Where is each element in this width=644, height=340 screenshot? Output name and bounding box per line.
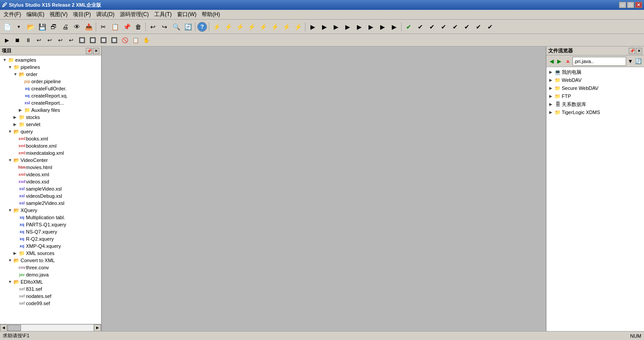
toggle-convert[interactable]: ▼ (8, 258, 13, 263)
tb2-btn6[interactable]: ↩ (55, 35, 65, 45)
menu-tools[interactable]: 工具(T) (152, 10, 174, 19)
tb-xslt5[interactable]: ⚡ (258, 21, 268, 32)
fb-toggle-db[interactable]: ▶ (549, 102, 555, 106)
tb-xslt6[interactable]: ⚡ (269, 21, 280, 32)
tb-run3[interactable]: ▶ (330, 21, 341, 32)
tb-check7[interactable]: ✔ (473, 21, 484, 32)
fb-toggle-computer[interactable]: ▶ (549, 70, 555, 74)
fb-dropdown-btn[interactable]: ▼ (627, 56, 634, 66)
h-scroll-right[interactable]: ▶ (94, 324, 101, 332)
tb-undo[interactable]: ↩ (148, 21, 158, 32)
tree-item-ns-q7[interactable]: xq NS-Q7.xquery (1, 228, 100, 235)
tree-item-multiplication[interactable]: xq Multiplication tabl. (1, 214, 100, 221)
tb-open[interactable]: 📂 (25, 21, 36, 32)
tree-item-mixedcatalog[interactable]: xml mixedcatalog.xml (1, 149, 100, 157)
tree-item-convert[interactable]: ▼ 📂 Convert to XML (1, 257, 100, 264)
tree-item-createfullorder[interactable]: xq createFullOrder. (1, 85, 100, 92)
toggle-order[interactable]: ▼ (13, 72, 19, 76)
tb2-btn10[interactable]: 🔲 (98, 35, 108, 45)
tree-item-order[interactable]: ▼ 📂 order (1, 71, 100, 78)
tree-item-bookstore[interactable]: xml bookstore.xml (1, 142, 100, 149)
tree-item-servlet[interactable]: ▶ 📁 servlet (1, 121, 100, 128)
tb-check6[interactable]: ✔ (462, 21, 472, 32)
tb-redo[interactable]: ↪ (159, 21, 170, 32)
tree-item-videos-xsd[interactable]: xsd videos.xsd (1, 178, 100, 185)
tb-run2[interactable]: ▶ (319, 21, 330, 32)
tb2-btn13[interactable]: 📋 (131, 35, 140, 45)
tb-run7[interactable]: ▶ (377, 21, 388, 32)
tree-item-videos-xml[interactable]: xml videos.xml (1, 171, 100, 178)
project-tree[interactable]: ▼ 📁 examples ▼ 📁 pipelines ▼ 📂 order pip… (0, 55, 101, 324)
toggle-stocks[interactable]: ▶ (13, 115, 19, 119)
fb-up-btn[interactable]: 🔺 (564, 56, 572, 66)
tb-check8[interactable]: ✔ (485, 21, 496, 32)
fb-item-secure-webdav[interactable]: ▶ 📁 Secure WebDAV (547, 84, 643, 92)
fb-path-input[interactable] (572, 57, 626, 66)
toggle-servlet[interactable]: ▶ (13, 122, 19, 127)
tb2-btn2[interactable]: ⏹ (13, 35, 22, 45)
h-scrollbar[interactable]: ◀ ▶ (0, 324, 101, 331)
h-scroll-thumb[interactable] (8, 325, 21, 331)
toggle-videocenter[interactable]: ▼ (8, 158, 13, 162)
toggle-xquery[interactable]: ▼ (8, 208, 13, 212)
maximize-button[interactable]: □ (627, 2, 634, 8)
tree-item-r-q2[interactable]: xq R-Q2.xquery (1, 235, 100, 242)
toggle-auxiliary[interactable]: ▶ (19, 108, 24, 112)
tb-run[interactable]: ▶ (307, 21, 318, 32)
menu-help[interactable]: 帮助(H) (199, 10, 223, 19)
tree-item-videocenter[interactable]: ▼ 📂 VideoCenter (1, 157, 100, 164)
minimize-button[interactable]: ─ (619, 2, 626, 8)
menu-project[interactable]: 项目(P) (70, 10, 93, 19)
tb-xslt4[interactable]: ⚡ (246, 21, 257, 32)
tree-item-order-pipeline[interactable]: pip order.pipeline (1, 78, 100, 85)
tb2-btn11[interactable]: 🔲 (109, 35, 119, 45)
panel-close-btn[interactable]: ✕ (93, 48, 99, 54)
tb2-btn3[interactable]: ⏸ (23, 35, 33, 45)
fb-item-webdav[interactable]: ▶ 📁 WebDAV (547, 76, 643, 84)
h-scroll-left[interactable]: ◀ (0, 324, 7, 332)
tb-run5[interactable]: ▶ (354, 21, 364, 32)
fb-item-tigerlogic[interactable]: ▶ 📁 TigerLogic XDMS (547, 108, 643, 116)
tb-check5[interactable]: ✔ (450, 21, 461, 32)
menu-window[interactable]: 窗口(W) (174, 10, 199, 19)
tree-item-three-conv[interactable]: cnv three.conv (1, 264, 100, 271)
tree-item-sample2video[interactable]: xsl sample2Video.xsl (1, 200, 100, 207)
tb-check[interactable]: ✔ (403, 21, 414, 32)
tb-help[interactable]: ? (197, 22, 207, 32)
tree-item-createreport-xsl[interactable]: xsl createReport... (1, 99, 100, 106)
tb-run4[interactable]: ▶ (342, 21, 353, 32)
tree-item-parts-q1[interactable]: xq PARTS-Q1.xquery (1, 221, 100, 228)
menu-edit[interactable]: 编辑(E) (24, 10, 47, 19)
tree-item-samplevideo[interactable]: xsl sampleVideo.xsl (1, 185, 100, 192)
tree-item-auxiliary[interactable]: ▶ 📁 Auxiliary files (1, 106, 100, 114)
tree-item-movies[interactable]: htm movies.html (1, 164, 100, 171)
tb-open-arrow[interactable]: ▼ (13, 21, 24, 32)
toggle-pipelines[interactable]: ▼ (8, 65, 13, 69)
fb-pin-btn[interactable]: 📌 (629, 48, 635, 54)
tb-paste[interactable]: 📌 (121, 21, 132, 32)
panel-pin-btn[interactable]: 📌 (86, 48, 92, 54)
h-scroll-track[interactable] (7, 324, 94, 332)
tb2-btn5[interactable]: ↩ (45, 35, 55, 45)
tb2-btn1[interactable]: ▶ (2, 35, 12, 45)
tree-item-xquery[interactable]: ▼ 📂 XQuery (1, 207, 100, 214)
tb-replace[interactable]: 🔄 (182, 21, 193, 32)
menu-file[interactable]: 文件(F) (1, 10, 24, 19)
fb-tree[interactable]: ▶ 💻 我的电脑 ▶ 📁 WebDAV ▶ 📁 Secure WebDAV ▶ … (547, 67, 644, 331)
tree-item-books[interactable]: xml books.xml (1, 135, 100, 142)
tree-item-xmp-q4[interactable]: xq XMP-Q4.xquery (1, 242, 100, 250)
tb-run8[interactable]: ▶ (389, 21, 399, 32)
tb-check2[interactable]: ✔ (415, 21, 426, 32)
tb2-btn9[interactable]: 🔲 (88, 35, 97, 45)
toggle-editoxml[interactable]: ▼ (8, 280, 13, 284)
menu-view[interactable]: 视图(V) (47, 10, 70, 19)
fb-item-ftp[interactable]: ▶ 📁 FTP (547, 92, 643, 100)
tree-item-demo-java[interactable]: jav demo.java (1, 271, 100, 278)
tb-preview[interactable]: 👁 (72, 21, 82, 32)
fb-toggle-securewebdav[interactable]: ▶ (549, 86, 555, 90)
tb-run6[interactable]: ▶ (365, 21, 376, 32)
tree-item-editoxml[interactable]: ▼ 📂 EDItoXML (1, 278, 100, 285)
tb-copy-window[interactable]: 🗗 (48, 21, 59, 32)
fb-forward-btn[interactable]: ▶ (556, 56, 563, 66)
tb2-btn8[interactable]: 🔲 (77, 35, 87, 45)
